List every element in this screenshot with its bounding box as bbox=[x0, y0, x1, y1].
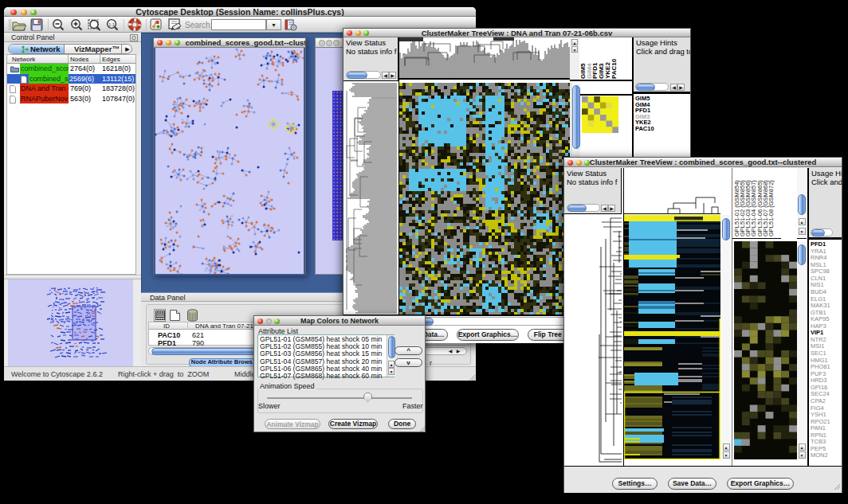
svg-text:1:1: 1:1 bbox=[108, 22, 115, 27]
